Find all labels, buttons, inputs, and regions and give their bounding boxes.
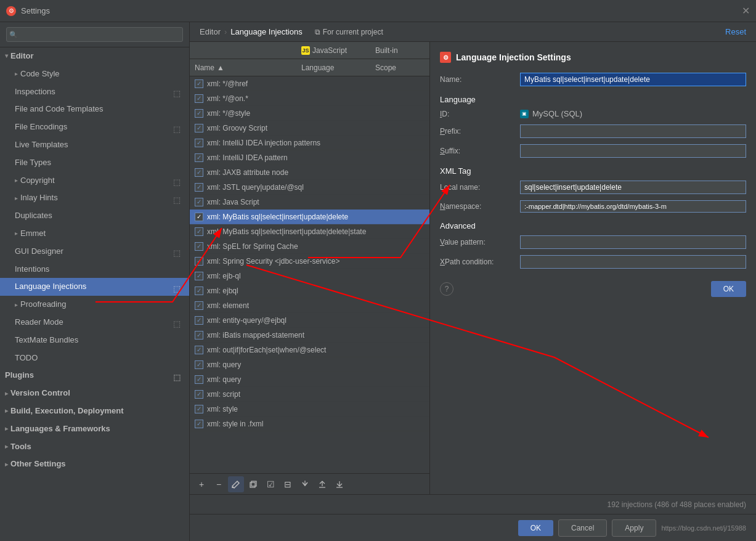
sidebar-item-todo[interactable]: TODO (0, 349, 189, 367)
list-item[interactable]: xml: Java Script (190, 195, 429, 209)
checkbox[interactable] (195, 109, 203, 118)
checkbox[interactable] (195, 198, 203, 206)
checkbox[interactable] (195, 168, 203, 177)
list-item[interactable]: xml: style in .fxml (190, 417, 429, 431)
list-item[interactable]: xml: entity-query/@ejbql (190, 313, 429, 328)
checkbox[interactable] (195, 346, 203, 354)
sidebar-section-tools[interactable]: ▸ Tools (0, 438, 189, 456)
search-input[interactable] (6, 27, 183, 42)
prefix-input[interactable] (520, 124, 746, 138)
checkbox[interactable] (195, 183, 203, 192)
value-pattern-input[interactable] (520, 235, 746, 249)
checkbox[interactable] (195, 331, 203, 340)
checkbox[interactable] (195, 79, 203, 88)
list-item[interactable]: xml: out|if|forEach|set|when/@select (190, 343, 429, 357)
panel-ok-button[interactable]: OK (711, 281, 746, 297)
checkbox[interactable] (195, 360, 203, 369)
sidebar-item-reader-mode[interactable]: Reader Mode ⬚ (0, 314, 189, 332)
checkbox[interactable] (195, 257, 203, 266)
checkbox-toggle-button[interactable]: ☑ (262, 476, 278, 492)
list-item[interactable]: xml: */@style (190, 106, 429, 121)
split-button[interactable]: ⊟ (280, 476, 296, 492)
namespace-input[interactable] (520, 200, 746, 213)
sidebar-item-live-templates[interactable]: Live Templates (0, 136, 189, 154)
list-item[interactable]: xml: */@href (190, 76, 429, 91)
id-field-row: ID: ▣ MySQL (SQL) (440, 109, 746, 118)
list-item[interactable]: xml: IntelliJ IDEA pattern (190, 150, 429, 165)
sidebar-section-editor[interactable]: ▾ Editor (0, 47, 189, 65)
close-button[interactable]: ✕ (742, 5, 750, 17)
checkbox[interactable] (195, 272, 203, 280)
list-item[interactable]: xml: JSTL query|update/@sql (190, 180, 429, 195)
checkbox[interactable] (195, 390, 203, 399)
reset-button[interactable]: Reset (725, 27, 746, 36)
list-item[interactable]: xml: MyBatis sql|select|insert|update|de… (190, 224, 429, 239)
xpath-input[interactable] (520, 255, 746, 269)
checkbox[interactable] (195, 301, 203, 310)
sidebar-item-proofreading[interactable]: ▸ Proofreading (0, 296, 189, 314)
list-item-selected[interactable]: xml: MyBatis sql|select|insert|update|de… (190, 209, 429, 224)
export-button[interactable] (314, 476, 330, 492)
list-item[interactable]: xml: element (190, 298, 429, 313)
sidebar-item-file-encodings[interactable]: File Encodings ⬚ (0, 118, 189, 136)
sidebar-item-textmate[interactable]: TextMate Bundles (0, 332, 189, 349)
sidebar-item-file-types[interactable]: File Types (0, 154, 189, 172)
list-item[interactable]: xml: SpEL for Spring Cache (190, 239, 429, 254)
checkbox[interactable] (195, 213, 203, 221)
for-current-project-button[interactable]: ⧉ For current project (315, 28, 383, 36)
ok-button[interactable]: OK (518, 520, 553, 536)
checkbox[interactable] (195, 94, 203, 103)
add-button[interactable]: + (193, 476, 209, 492)
checkbox[interactable] (195, 124, 203, 132)
suffix-input[interactable] (520, 144, 746, 158)
list-item[interactable]: xml: JAXB attribute node (190, 165, 429, 180)
checkbox[interactable] (195, 287, 203, 295)
local-name-input[interactable] (520, 181, 746, 194)
checkbox[interactable] (195, 405, 203, 413)
settings-window: ⚙ Settings ✕ ▾ Editor ▸ Code Style (0, 0, 756, 541)
remove-button[interactable]: − (211, 476, 227, 492)
list-item[interactable]: xml: style (190, 402, 429, 417)
list-item[interactable]: xml: */@on.* (190, 91, 429, 106)
list-item[interactable]: xml: script (190, 387, 429, 402)
sidebar-section-plugins[interactable]: Plugins ⬚ (0, 367, 189, 384)
checkbox[interactable] (195, 153, 203, 162)
col-name-header[interactable]: Name ▲ (195, 63, 301, 72)
list-item[interactable]: xml: ejb-ql (190, 269, 429, 283)
name-input[interactable] (520, 73, 746, 86)
checkbox[interactable] (195, 139, 203, 147)
list-item[interactable]: xml: query (190, 372, 429, 387)
sidebar-section-languages[interactable]: ▸ Languages & Frameworks (0, 420, 189, 438)
sidebar-section-other[interactable]: ▸ Other Settings (0, 455, 189, 473)
list-item[interactable]: xml: IntelliJ IDEA injection patterns (190, 136, 429, 150)
sidebar-item-inlay-hints[interactable]: ▸ Inlay Hints ⬚ (0, 189, 189, 207)
list-item[interactable]: xml: ejbql (190, 283, 429, 298)
checkbox[interactable] (195, 420, 203, 428)
sidebar-item-copyright[interactable]: ▸ Copyright ⬚ (0, 172, 189, 190)
list-item[interactable]: xml: Groovy Script (190, 121, 429, 136)
sidebar-section-build[interactable]: ▸ Build, Execution, Deployment (0, 402, 189, 420)
sidebar-item-emmet[interactable]: ▸ Emmet (0, 225, 189, 243)
sidebar-item-code-style[interactable]: ▸ Code Style (0, 65, 189, 83)
list-item[interactable]: xml: iBatis mapped-statement (190, 328, 429, 343)
sidebar-item-file-code-templates[interactable]: File and Code Templates (0, 100, 189, 118)
sidebar-item-intentions[interactable]: Intentions (0, 261, 189, 279)
checkbox[interactable] (195, 242, 203, 251)
sidebar-section-vcs[interactable]: ▸ Version Control (0, 384, 189, 402)
checkbox[interactable] (195, 227, 203, 236)
list-item[interactable]: xml: Spring Security <jdbc-user-service> (190, 254, 429, 269)
cancel-button[interactable]: Cancel (558, 519, 607, 537)
checkbox[interactable] (195, 316, 203, 325)
sidebar-item-inspections[interactable]: Inspections ⬚ (0, 83, 189, 101)
edit-button[interactable] (228, 476, 244, 492)
checkbox[interactable] (195, 375, 203, 384)
apply-button[interactable]: Apply (612, 519, 656, 537)
move-down-button[interactable] (297, 476, 313, 492)
sidebar-item-duplicates[interactable]: Duplicates (0, 207, 189, 225)
sidebar-item-gui-designer[interactable]: GUI Designer ⬚ (0, 243, 189, 261)
list-item[interactable]: xml: query (190, 357, 429, 372)
import-button[interactable] (331, 476, 348, 492)
copy-button[interactable] (245, 476, 261, 492)
sidebar-item-language-injections[interactable]: Language Injections ⬚ (0, 278, 189, 296)
help-button[interactable]: ? (440, 282, 453, 296)
